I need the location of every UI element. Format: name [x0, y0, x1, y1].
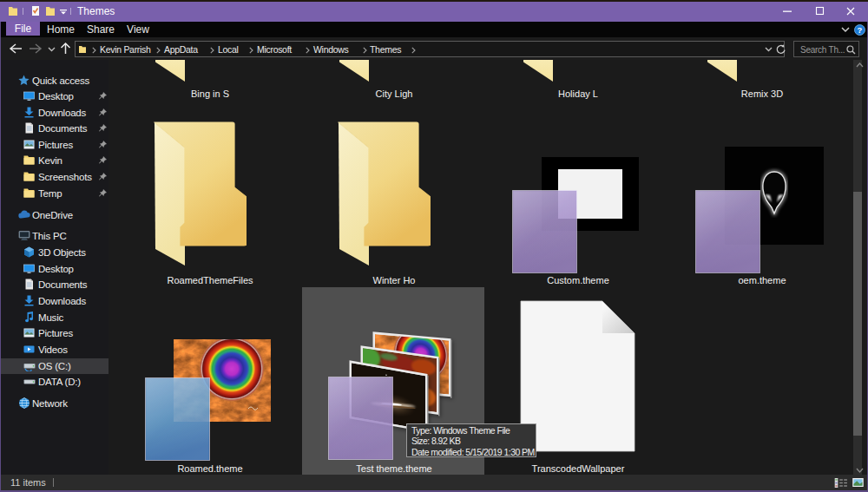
svg-text:?: ?	[858, 25, 863, 35]
